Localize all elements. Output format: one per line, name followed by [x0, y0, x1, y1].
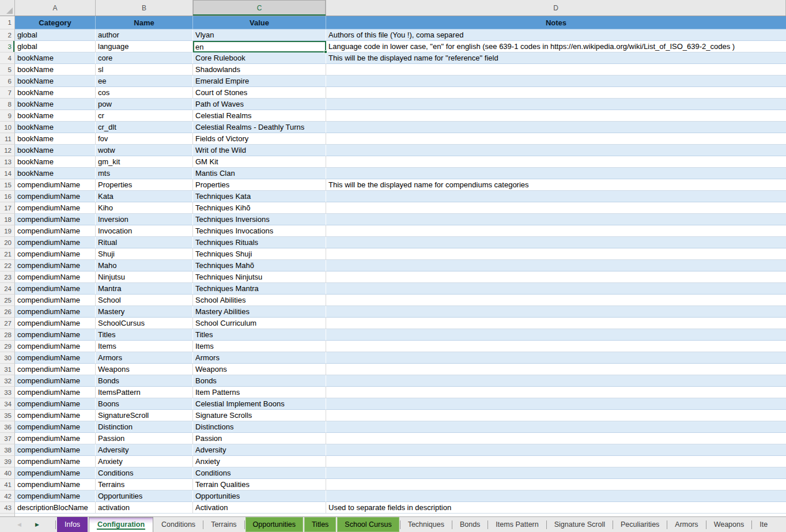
cell-value[interactable]: Bonds	[193, 375, 326, 387]
cell-notes[interactable]	[326, 76, 786, 87]
cell-value[interactable]: Items	[193, 341, 326, 352]
cell-name[interactable]: ee	[96, 76, 193, 87]
row-number[interactable]: 37	[0, 433, 15, 444]
cell-value[interactable]: Celestial Realms	[193, 110, 326, 122]
cell-name[interactable]: gm_kit	[96, 156, 193, 168]
cell-notes[interactable]	[326, 364, 786, 375]
cell-name[interactable]: Kiho	[96, 202, 193, 214]
cell-notes[interactable]	[326, 191, 786, 202]
cell-value[interactable]: Court of Stones	[193, 87, 326, 99]
sheet-tab-armors[interactable]: Armors	[667, 517, 705, 532]
cell-name[interactable]: cr_dlt	[96, 122, 193, 133]
row-number[interactable]: 25	[0, 295, 15, 306]
sheet-tab-peculiarities[interactable]: Peculiarities	[613, 517, 667, 532]
cell-notes[interactable]	[326, 491, 786, 502]
cell-category[interactable]: compendiumName	[15, 352, 96, 364]
sheet-tab-conditions[interactable]: Conditions	[154, 517, 203, 532]
cell-name[interactable]: Ninjutsu	[96, 271, 193, 283]
cell-category[interactable]: compendiumName	[15, 179, 96, 191]
row-number[interactable]: 12	[0, 145, 15, 156]
cell-category[interactable]: compendiumName	[15, 387, 96, 398]
cell-category[interactable]: bookName	[15, 110, 96, 122]
cell-name[interactable]: Maho	[96, 260, 193, 271]
next-sheet-icon[interactable]: ▶	[35, 522, 39, 527]
cell-value[interactable]: Item Patterns	[193, 387, 326, 398]
cell-notes[interactable]: This will be the displayed name for "ref…	[326, 52, 786, 64]
cell-name[interactable]: activation	[96, 502, 193, 514]
select-all-corner[interactable]	[0, 0, 15, 16]
cell-value[interactable]: Techniques Kata	[193, 191, 326, 202]
cell-category[interactable]: compendiumName	[15, 191, 96, 202]
cell-category[interactable]: compendiumName	[15, 341, 96, 352]
cell-value[interactable]: Passion	[193, 433, 326, 444]
cell-category[interactable]: compendiumName	[15, 364, 96, 375]
cell-name[interactable]: Distinction	[96, 421, 193, 433]
cell-value[interactable]: Techniques Shuji	[193, 248, 326, 260]
cell-category[interactable]: compendiumName	[15, 421, 96, 433]
sheet-tab-opportunities[interactable]: Opportunities	[245, 517, 303, 532]
cell-category[interactable]: compendiumName	[15, 295, 96, 306]
cell-value[interactable]: GM Kit	[193, 156, 326, 168]
sheet-tab-school-cursus[interactable]: School Cursus	[337, 517, 399, 532]
cell-name[interactable]: Ritual	[96, 237, 193, 248]
cell-notes[interactable]	[326, 122, 786, 133]
cell-category[interactable]: compendiumName	[15, 410, 96, 421]
cell-name[interactable]: School	[96, 295, 193, 306]
row-number[interactable]: 6	[0, 76, 15, 87]
row-number[interactable]: 28	[0, 329, 15, 341]
cell-notes[interactable]	[326, 352, 786, 364]
cell-value[interactable]: Adversity	[193, 444, 326, 456]
cell-value[interactable]: Armors	[193, 352, 326, 364]
cell-name[interactable]: Weapons	[96, 364, 193, 375]
cell-value[interactable]: Titles	[193, 329, 326, 341]
header-cell-a[interactable]: Category	[15, 16, 96, 29]
sheet-tab-ite[interactable]: Ite	[752, 517, 775, 532]
cell-notes[interactable]	[326, 225, 786, 237]
cell-notes[interactable]	[326, 156, 786, 168]
sheet-tab-infos[interactable]: Infos	[57, 517, 88, 532]
cell-notes[interactable]	[326, 64, 786, 76]
cell-category[interactable]: global	[15, 29, 96, 41]
cell-notes[interactable]	[326, 260, 786, 271]
prev-sheet-icon[interactable]: ◀	[17, 522, 21, 527]
cell-category[interactable]: compendiumName	[15, 479, 96, 491]
row-number[interactable]: 19	[0, 225, 15, 237]
row-number[interactable]: 31	[0, 364, 15, 375]
row-number[interactable]: 35	[0, 410, 15, 421]
cell-notes[interactable]	[326, 168, 786, 179]
cell-name[interactable]: Armors	[96, 352, 193, 364]
row-number[interactable]: 7	[0, 87, 15, 99]
cell-name[interactable]: mts	[96, 168, 193, 179]
cell-value[interactable]: Techniques Inversions	[193, 214, 326, 225]
sheet-tab-bonds[interactable]: Bonds	[452, 517, 488, 532]
row-number[interactable]: 20	[0, 237, 15, 248]
row-number[interactable]: 38	[0, 444, 15, 456]
row-number[interactable]: 27	[0, 318, 15, 329]
cell-value[interactable]: Shadowlands	[193, 64, 326, 76]
row-number[interactable]: 21	[0, 248, 15, 260]
cell-name[interactable]: Bonds	[96, 375, 193, 387]
cell-notes[interactable]	[326, 398, 786, 410]
cell-notes[interactable]	[326, 110, 786, 122]
cell-notes[interactable]	[326, 375, 786, 387]
header-cell-b[interactable]: Name	[96, 16, 193, 29]
cell-category[interactable]: compendiumName	[15, 237, 96, 248]
row-number[interactable]: 39	[0, 456, 15, 467]
sheet-tab-signature-scroll[interactable]: Signature Scroll	[547, 517, 613, 532]
cell-name[interactable]: Mastery	[96, 306, 193, 318]
cell-category[interactable]: compendiumName	[15, 375, 96, 387]
cell-notes[interactable]	[326, 295, 786, 306]
row-number[interactable]: 41	[0, 479, 15, 491]
cell-category[interactable]: bookName	[15, 156, 96, 168]
row-number[interactable]: 30	[0, 352, 15, 364]
cell-category[interactable]: compendiumName	[15, 456, 96, 467]
cell-notes[interactable]	[326, 202, 786, 214]
cell-name[interactable]: Passion	[96, 433, 193, 444]
cell-category[interactable]: compendiumName	[15, 260, 96, 271]
cell-notes[interactable]	[326, 133, 786, 145]
cell-value[interactable]: Path of Waves	[193, 99, 326, 110]
cell-category[interactable]: bookName	[15, 64, 96, 76]
cell-value[interactable]: School Abilities	[193, 295, 326, 306]
cell-name[interactable]: Invocation	[96, 225, 193, 237]
cell-category[interactable]: compendiumName	[15, 306, 96, 318]
